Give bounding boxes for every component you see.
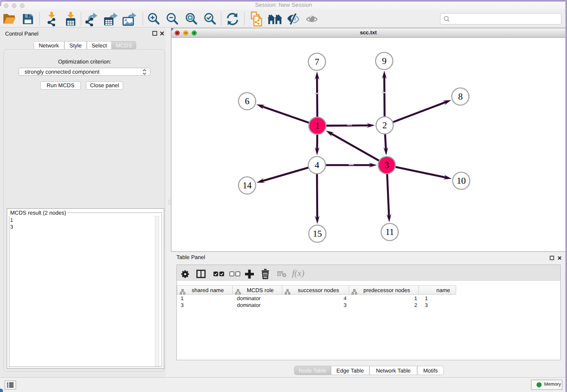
svg-text:2: 2 <box>383 120 387 130</box>
svg-text:1: 1 <box>315 121 320 131</box>
svg-text:15: 15 <box>313 229 322 239</box>
svg-text:7: 7 <box>315 57 319 67</box>
svg-text:10: 10 <box>457 176 466 186</box>
svg-text:3: 3 <box>385 160 389 170</box>
svg-text:4: 4 <box>315 160 319 170</box>
svg-text:11: 11 <box>385 227 394 237</box>
svg-text:9: 9 <box>382 56 387 66</box>
svg-text:8: 8 <box>458 91 463 102</box>
svg-text:14: 14 <box>242 180 252 190</box>
svg-text:6: 6 <box>245 96 250 106</box>
